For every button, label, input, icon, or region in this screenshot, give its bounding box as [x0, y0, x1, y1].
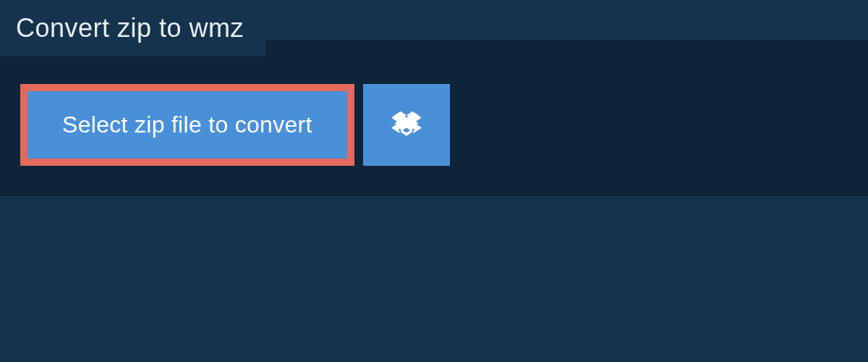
page-title-tab: Convert zip to wmz	[0, 0, 265, 56]
dropbox-icon	[391, 109, 422, 141]
select-file-highlight: Select zip file to convert	[20, 84, 354, 166]
select-file-button[interactable]: Select zip file to convert	[27, 91, 347, 159]
converter-panel: Convert zip to wmz Select zip file to co…	[0, 40, 868, 196]
action-row: Select zip file to convert	[0, 56, 868, 196]
dropbox-button[interactable]	[363, 84, 450, 166]
page-title: Convert zip to wmz	[16, 13, 244, 43]
